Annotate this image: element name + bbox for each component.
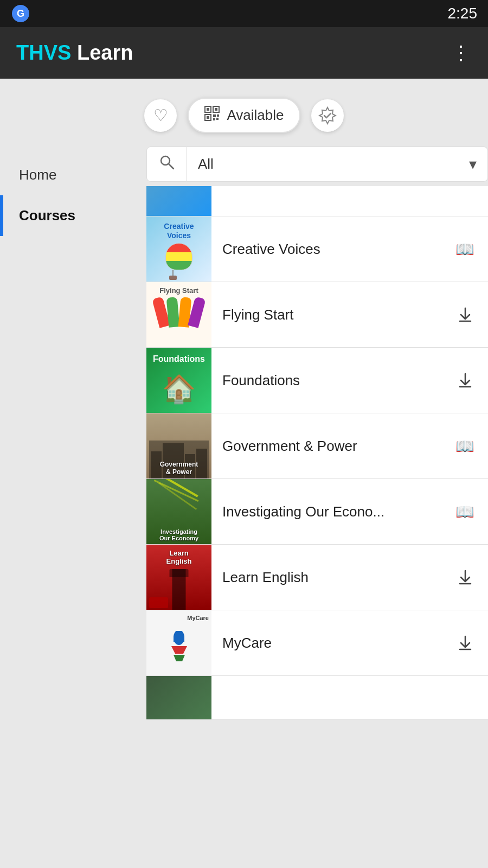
course-action-book[interactable]: 📖 bbox=[450, 437, 488, 455]
app-title: THVS Learn bbox=[16, 41, 133, 65]
book-icon: 📖 bbox=[455, 240, 474, 258]
content-area: ♡ Available bbox=[0, 79, 488, 733]
svg-rect-11 bbox=[216, 118, 219, 120]
course-action-download[interactable] bbox=[450, 634, 488, 652]
list-item[interactable]: Foundations 🏠 Foundations bbox=[146, 348, 488, 413]
app-title-learn: Learn bbox=[71, 41, 133, 64]
favorites-button[interactable]: ♡ bbox=[144, 99, 177, 132]
foundations-label: Foundations bbox=[146, 354, 211, 364]
svg-line-13 bbox=[169, 164, 174, 169]
svg-rect-10 bbox=[213, 118, 215, 120]
sidebar-item-courses[interactable]: Courses bbox=[0, 195, 146, 236]
svg-rect-7 bbox=[207, 116, 209, 119]
more-options-button[interactable]: ⋮ bbox=[451, 42, 472, 65]
course-action-book[interactable]: 📖 bbox=[450, 240, 488, 258]
svg-marker-20 bbox=[174, 655, 185, 661]
verified-icon bbox=[318, 106, 337, 125]
list-item[interactable]: Government& Power Government & Power 📖 bbox=[146, 413, 488, 479]
list-item[interactable] bbox=[146, 676, 488, 720]
available-button[interactable]: Available bbox=[188, 98, 300, 133]
house-icon: 🏠 bbox=[162, 373, 196, 405]
download-icon bbox=[457, 569, 474, 586]
course-list: All ▾ CreativeVoices bbox=[146, 146, 488, 720]
status-bar-left: G bbox=[11, 4, 30, 23]
svg-text:G: G bbox=[17, 8, 24, 19]
book-icon: 📖 bbox=[455, 503, 474, 521]
course-name: Investigating Our Econo... bbox=[211, 503, 450, 520]
svg-rect-8 bbox=[213, 114, 216, 117]
download-icon bbox=[457, 634, 474, 652]
list-item[interactable]: Flying Start Flying Start bbox=[146, 282, 488, 348]
top-bar: THVS Learn ⋮ bbox=[0, 27, 488, 79]
verified-button[interactable] bbox=[311, 99, 344, 132]
filter-bar: ♡ Available bbox=[0, 92, 488, 146]
list-item[interactable]: LearnEnglish Learn English bbox=[146, 545, 488, 610]
status-bar: G 2:25 bbox=[0, 0, 488, 27]
course-action-download[interactable] bbox=[450, 306, 488, 323]
svg-rect-5 bbox=[215, 108, 217, 111]
list-item[interactable]: InvestigatingOur Economy Investigating O… bbox=[146, 479, 488, 545]
course-name: Government & Power bbox=[211, 438, 450, 455]
course-name: MyCare bbox=[211, 635, 450, 652]
sidebar: Home Courses bbox=[0, 146, 146, 720]
book-icon: 📖 bbox=[455, 437, 474, 455]
mycare-hands-icon bbox=[167, 631, 191, 663]
app-title-thvs: THVS bbox=[16, 41, 71, 64]
heart-icon: ♡ bbox=[153, 106, 168, 125]
download-icon bbox=[457, 306, 474, 323]
course-name: Foundations bbox=[211, 372, 450, 389]
course-action-download[interactable] bbox=[450, 372, 488, 389]
svg-rect-9 bbox=[217, 114, 219, 117]
qr-icon bbox=[204, 105, 220, 125]
category-dropdown[interactable]: All ▾ bbox=[187, 146, 488, 182]
svg-rect-3 bbox=[207, 108, 209, 111]
google-icon: G bbox=[11, 4, 30, 23]
course-name: Creative Voices bbox=[211, 241, 450, 258]
status-time: 2:25 bbox=[448, 5, 478, 22]
list-item[interactable]: MyCare bbox=[146, 610, 488, 676]
dropdown-value: All bbox=[198, 156, 214, 173]
course-action-book[interactable]: 📖 bbox=[450, 503, 488, 521]
svg-marker-19 bbox=[171, 646, 187, 654]
available-label: Available bbox=[227, 107, 284, 124]
svg-rect-18 bbox=[174, 636, 184, 642]
download-icon bbox=[457, 372, 474, 389]
course-name: Learn English bbox=[211, 569, 450, 586]
search-filter-row: All ▾ bbox=[146, 146, 488, 182]
sidebar-item-home[interactable]: Home bbox=[0, 155, 146, 195]
list-item[interactable]: CreativeVoices Creative Voices 📖 bbox=[146, 216, 488, 282]
search-button[interactable] bbox=[146, 146, 187, 182]
main-layout: Home Courses All bbox=[0, 146, 488, 720]
search-icon bbox=[159, 154, 175, 174]
chevron-down-icon: ▾ bbox=[469, 155, 477, 173]
list-item[interactable] bbox=[146, 186, 488, 216]
course-action-download[interactable] bbox=[450, 569, 488, 586]
course-name: Flying Start bbox=[211, 307, 450, 323]
